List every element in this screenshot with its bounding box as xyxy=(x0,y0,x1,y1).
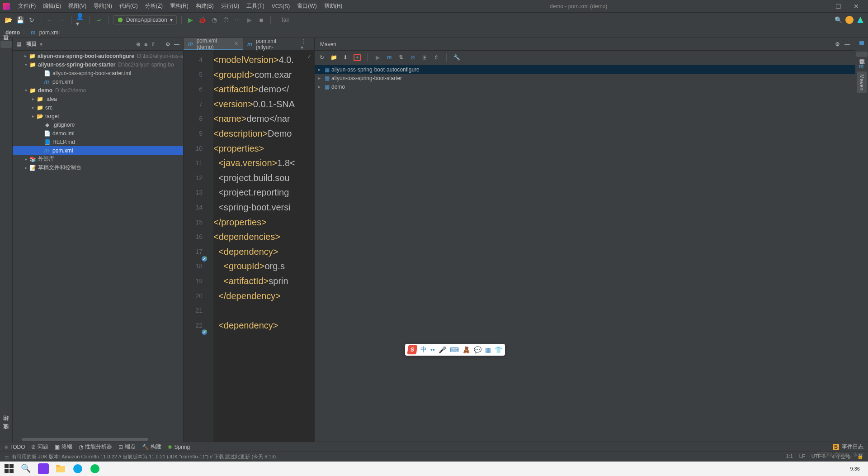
tree-row[interactable]: ▾📁demoD:\bc2\demo xyxy=(13,86,183,95)
minimize-button[interactable]: — xyxy=(811,3,829,10)
play2-button[interactable]: ▶ xyxy=(245,15,254,24)
maven-project-node[interactable]: ▸▦aliyun-oss-spring-boot-starter xyxy=(315,74,855,82)
horizontal-scrollbar[interactable] xyxy=(22,438,148,441)
run-button[interactable]: ▶ xyxy=(186,15,195,24)
save-icon[interactable]: 💾 xyxy=(15,15,24,24)
add-maven-project-button[interactable]: ＋ xyxy=(354,54,361,61)
project-tree[interactable]: ▸📁aliyun-oss-spring-boot-autoconfigureD:… xyxy=(13,51,183,442)
locate-icon[interactable]: ⊕ xyxy=(136,41,141,48)
crumb-file[interactable]: pom.xml xyxy=(39,29,60,36)
database-tool-tab[interactable]: 数据库 xyxy=(856,52,868,57)
search-icon[interactable]: 🔍 xyxy=(21,463,32,474)
menu-analyze[interactable]: 分析(Z) xyxy=(142,2,166,10)
maven-tree[interactable]: ▸▦aliyun-oss-spring-boot-autoconfigure▸▦… xyxy=(315,64,855,442)
status-menu-icon[interactable]: ☰ xyxy=(5,454,9,460)
generate-sources-icon[interactable]: 📁 xyxy=(330,54,337,61)
collapse-all-icon[interactable]: ⇳ xyxy=(433,54,440,61)
chevron-down-icon[interactable]: ▾ xyxy=(40,41,42,48)
windows-start-icon[interactable] xyxy=(4,463,14,474)
stop-button[interactable]: ■ xyxy=(257,15,266,24)
ime-grid-icon[interactable]: ▦ xyxy=(485,346,491,353)
toggle-offline-icon[interactable]: ⇅ xyxy=(397,54,405,61)
bt-todo[interactable]: ≡TODO xyxy=(5,444,25,450)
bt-terminal[interactable]: ▣终端 xyxy=(55,443,72,451)
reload-icon[interactable]: ↻ xyxy=(318,54,326,61)
gear-icon[interactable]: ⚙ xyxy=(165,41,170,48)
ime-keyboard-icon[interactable]: ⌨ xyxy=(450,346,459,353)
tree-row[interactable]: ▸📁aliyun-oss-spring-boot-autoconfigureD:… xyxy=(13,52,183,60)
maven-project-node[interactable]: ▸▦aliyun-oss-spring-boot-autoconfigure xyxy=(315,65,855,74)
search-icon[interactable]: 🔍 xyxy=(834,15,843,24)
editor-tab-pom-demo[interactable]: m pom.xml (demo) ✕ xyxy=(184,38,243,50)
ime-toolbar[interactable]: S 中 •• 🎤 ⌨ 🧸 💬 ▦ 👕 xyxy=(405,344,505,356)
inspection-ok-icon[interactable]: ✓ xyxy=(307,53,311,60)
tree-row[interactable]: ▸📚外部库 xyxy=(13,155,183,163)
code-content[interactable]: <modelVersion>4.0.<groupId>com.exar<arti… xyxy=(213,51,314,442)
coverage-button[interactable]: ◔ xyxy=(210,15,219,24)
ime-punct-icon[interactable]: •• xyxy=(430,346,435,353)
explorer-icon[interactable] xyxy=(55,463,66,474)
maven-settings-icon[interactable]: 🔧 xyxy=(453,54,460,61)
menu-vcs[interactable]: VCS(S) xyxy=(268,3,294,10)
favorites-tool-tab[interactable]: 收藏夹 xyxy=(0,430,12,437)
menu-tools[interactable]: 工具(T) xyxy=(243,2,268,10)
tree-row[interactable]: mpom.xml xyxy=(13,146,183,155)
menu-edit[interactable]: 编辑(E) xyxy=(39,2,65,10)
avatar-icon[interactable] xyxy=(845,16,854,24)
menu-help[interactable]: 帮助(H) xyxy=(321,2,346,10)
run-config-selector[interactable]: DemoApplication ▾ xyxy=(113,15,177,24)
expand-icon[interactable]: ≡ xyxy=(144,41,147,48)
status-message[interactable]: 有可用的新 JDK 版本: Amazon Corretto 11.0.22 //… xyxy=(12,453,276,460)
menu-view[interactable]: 视图(V) xyxy=(65,2,90,10)
attach-button[interactable]: ⋯ xyxy=(233,15,242,24)
bt-spring[interactable]: ❀Spring xyxy=(168,444,190,450)
tree-row[interactable]: 📘HELP.md xyxy=(13,138,183,146)
menu-run[interactable]: 运行(U) xyxy=(217,2,243,10)
hide-icon[interactable]: — xyxy=(844,41,850,48)
taskbar-clock[interactable]: 9:36 xyxy=(850,466,864,471)
spring-bean-icon[interactable] xyxy=(201,328,208,336)
event-log-button[interactable]: 事件日志 xyxy=(842,443,863,451)
bt-profiler[interactable]: ◔性能分析器 xyxy=(79,443,112,451)
forward-icon[interactable]: → xyxy=(57,15,66,24)
ime-lang-icon[interactable]: 中 xyxy=(420,346,427,354)
maximize-button[interactable]: ☐ xyxy=(829,3,847,10)
spring-bean-icon[interactable] xyxy=(201,255,208,262)
bt-problems[interactable]: ⊘问题 xyxy=(31,443,48,451)
caret-position[interactable]: 1:1 xyxy=(786,453,793,460)
profile-button[interactable]: ⏱ xyxy=(222,15,231,24)
tree-row[interactable]: ▸📁src xyxy=(13,103,183,112)
menu-file[interactable]: 文件(F) xyxy=(14,2,39,10)
taskbar-app-icon[interactable] xyxy=(38,463,49,474)
menu-navigate[interactable]: 导航(N) xyxy=(90,2,116,10)
tree-row[interactable]: ▸📂target xyxy=(13,112,183,120)
open-icon[interactable]: 📂 xyxy=(4,15,13,24)
menu-window[interactable]: 窗口(W) xyxy=(293,2,320,10)
tail-label[interactable]: Tail xyxy=(275,17,294,23)
edge-icon[interactable] xyxy=(72,463,83,474)
bt-build[interactable]: 🔨构建 xyxy=(142,443,161,451)
execute-goal-icon[interactable]: m xyxy=(386,54,393,61)
ime-voice-icon[interactable]: 🎤 xyxy=(439,346,446,353)
debug-button[interactable]: 🐞 xyxy=(198,15,207,24)
refresh-icon[interactable]: ↻ xyxy=(27,15,36,24)
editor[interactable]: ✓ 45678910111213141516171819202122 <mode… xyxy=(184,51,314,442)
ime-chat-icon[interactable]: 💬 xyxy=(474,346,481,353)
update-icon[interactable]: ⤻ xyxy=(94,15,104,24)
code-with-me-icon[interactable] xyxy=(856,16,864,24)
back-icon[interactable]: ← xyxy=(46,15,55,24)
menu-code[interactable]: 代码(C) xyxy=(116,2,142,10)
menu-refactor[interactable]: 重构(R) xyxy=(166,2,192,10)
windows-taskbar[interactable]: 🔍 9:36 xyxy=(0,462,868,476)
structure-tool-tab[interactable]: 结构 xyxy=(0,422,12,429)
editor-tab-pom-aliyun[interactable]: m pom.xml (aliyun- xyxy=(243,38,296,50)
menu-build[interactable]: 构建(B) xyxy=(192,2,217,10)
tab-overflow-icon[interactable]: ⋮ ▾ xyxy=(296,38,314,51)
close-button[interactable]: ✕ xyxy=(847,3,865,10)
skip-tests-icon[interactable]: ⊘ xyxy=(409,54,416,61)
close-tab-icon[interactable]: ✕ xyxy=(234,41,238,47)
tree-row[interactable]: ▸📁.idea xyxy=(13,95,183,103)
maven-tool-tab[interactable]: Maven xyxy=(857,71,867,93)
tree-row[interactable]: 📄aliyun-oss-spring-boot-starter.iml xyxy=(13,69,183,77)
tree-row[interactable]: ▾📁aliyun-oss-spring-boot-starterD:\bc2\a… xyxy=(13,60,183,69)
